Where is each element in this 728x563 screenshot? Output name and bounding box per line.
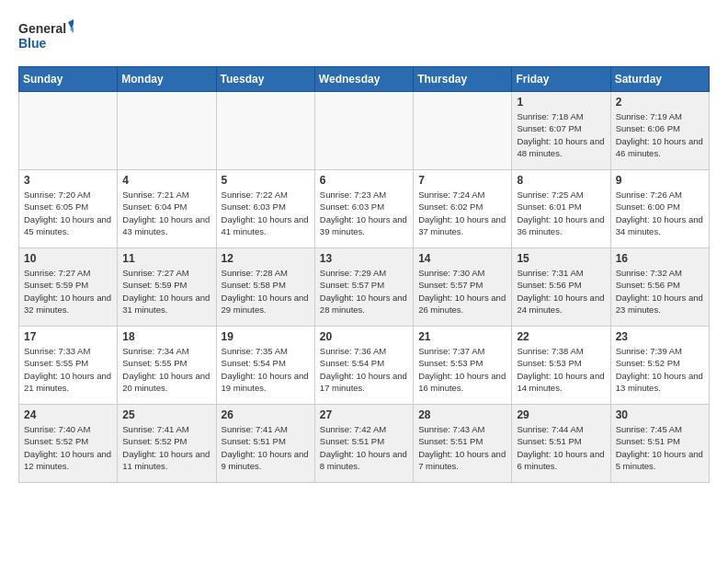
calendar-cell: 27Sunrise: 7:42 AMSunset: 5:51 PMDayligh… — [314, 405, 413, 483]
day-number: 24 — [24, 408, 112, 421]
day-info: Sunrise: 7:23 AMSunset: 6:03 PMDaylight:… — [320, 189, 408, 237]
day-number: 20 — [320, 330, 408, 343]
column-header-tuesday: Tuesday — [216, 67, 314, 92]
calendar-table: SundayMondayTuesdayWednesdayThursdayFrid… — [18, 66, 710, 483]
column-header-thursday: Thursday — [414, 67, 512, 92]
calendar-cell: 7Sunrise: 7:24 AMSunset: 6:02 PMDaylight… — [414, 170, 512, 248]
calendar-cell — [314, 92, 413, 170]
calendar-cell: 29Sunrise: 7:44 AMSunset: 5:51 PMDayligh… — [512, 405, 610, 483]
day-info: Sunrise: 7:25 AMSunset: 6:01 PMDaylight:… — [517, 189, 605, 237]
calendar-cell: 25Sunrise: 7:41 AMSunset: 5:52 PMDayligh… — [118, 405, 216, 483]
logo: General Blue — [18, 18, 74, 57]
svg-text:Blue: Blue — [18, 36, 47, 51]
week-row-4: 17Sunrise: 7:33 AMSunset: 5:55 PMDayligh… — [19, 327, 710, 405]
calendar-cell: 18Sunrise: 7:34 AMSunset: 5:55 PMDayligh… — [118, 327, 216, 405]
calendar-cell — [216, 92, 314, 170]
week-row-2: 3Sunrise: 7:20 AMSunset: 6:05 PMDaylight… — [19, 170, 710, 248]
day-number: 16 — [616, 252, 704, 265]
calendar-cell: 19Sunrise: 7:35 AMSunset: 5:54 PMDayligh… — [216, 327, 314, 405]
day-info: Sunrise: 7:21 AMSunset: 6:04 PMDaylight:… — [122, 189, 210, 237]
column-header-friday: Friday — [512, 67, 610, 92]
day-info: Sunrise: 7:18 AMSunset: 6:07 PMDaylight:… — [517, 110, 605, 159]
calendar-cell: 23Sunrise: 7:39 AMSunset: 5:52 PMDayligh… — [610, 327, 709, 405]
day-number: 11 — [122, 252, 210, 265]
day-info: Sunrise: 7:32 AMSunset: 5:56 PMDaylight:… — [616, 267, 704, 316]
calendar-cell: 26Sunrise: 7:41 AMSunset: 5:51 PMDayligh… — [216, 405, 314, 483]
day-number: 9 — [616, 174, 704, 187]
week-row-5: 24Sunrise: 7:40 AMSunset: 5:52 PMDayligh… — [19, 405, 710, 483]
calendar-cell: 11Sunrise: 7:27 AMSunset: 5:59 PMDayligh… — [118, 248, 216, 327]
day-info: Sunrise: 7:35 AMSunset: 5:54 PMDaylight:… — [222, 345, 310, 394]
calendar-cell: 12Sunrise: 7:28 AMSunset: 5:58 PMDayligh… — [216, 248, 314, 327]
calendar-cell: 17Sunrise: 7:33 AMSunset: 5:55 PMDayligh… — [19, 327, 118, 405]
logo-svg: General Blue — [18, 18, 74, 57]
day-number: 18 — [122, 330, 210, 343]
calendar-cell: 28Sunrise: 7:43 AMSunset: 5:51 PMDayligh… — [414, 405, 512, 483]
day-info: Sunrise: 7:45 AMSunset: 5:51 PMDaylight:… — [616, 423, 704, 472]
day-number: 29 — [517, 408, 605, 421]
day-number: 26 — [222, 408, 310, 421]
calendar-cell — [118, 92, 216, 170]
calendar-cell — [414, 92, 512, 170]
day-info: Sunrise: 7:40 AMSunset: 5:52 PMDaylight:… — [24, 423, 112, 472]
day-info: Sunrise: 7:27 AMSunset: 5:59 PMDaylight:… — [24, 267, 112, 316]
calendar-cell: 3Sunrise: 7:20 AMSunset: 6:05 PMDaylight… — [19, 170, 118, 248]
calendar-cell: 5Sunrise: 7:22 AMSunset: 6:03 PMDaylight… — [216, 170, 314, 248]
column-header-wednesday: Wednesday — [314, 67, 413, 92]
day-info: Sunrise: 7:34 AMSunset: 5:55 PMDaylight:… — [122, 345, 210, 394]
day-info: Sunrise: 7:42 AMSunset: 5:51 PMDaylight:… — [320, 423, 408, 472]
day-info: Sunrise: 7:41 AMSunset: 5:51 PMDaylight:… — [222, 423, 310, 472]
day-info: Sunrise: 7:33 AMSunset: 5:55 PMDaylight:… — [24, 345, 112, 394]
day-number: 27 — [320, 408, 408, 421]
day-info: Sunrise: 7:43 AMSunset: 5:51 PMDaylight:… — [418, 423, 506, 472]
day-info: Sunrise: 7:24 AMSunset: 6:02 PMDaylight:… — [418, 189, 506, 237]
day-info: Sunrise: 7:36 AMSunset: 5:54 PMDaylight:… — [320, 345, 408, 394]
day-info: Sunrise: 7:41 AMSunset: 5:52 PMDaylight:… — [122, 423, 210, 472]
calendar-cell: 13Sunrise: 7:29 AMSunset: 5:57 PMDayligh… — [314, 248, 413, 327]
column-header-saturday: Saturday — [610, 67, 709, 92]
svg-text:General: General — [18, 21, 66, 36]
week-row-3: 10Sunrise: 7:27 AMSunset: 5:59 PMDayligh… — [19, 248, 710, 327]
calendar-cell: 22Sunrise: 7:38 AMSunset: 5:53 PMDayligh… — [512, 327, 610, 405]
calendar-cell: 1Sunrise: 7:18 AMSunset: 6:07 PMDaylight… — [512, 92, 610, 170]
calendar-cell: 30Sunrise: 7:45 AMSunset: 5:51 PMDayligh… — [610, 405, 709, 483]
day-info: Sunrise: 7:19 AMSunset: 6:06 PMDaylight:… — [616, 110, 704, 159]
calendar-cell: 2Sunrise: 7:19 AMSunset: 6:06 PMDaylight… — [610, 92, 709, 170]
calendar-cell: 16Sunrise: 7:32 AMSunset: 5:56 PMDayligh… — [610, 248, 709, 327]
calendar-cell: 24Sunrise: 7:40 AMSunset: 5:52 PMDayligh… — [19, 405, 118, 483]
day-info: Sunrise: 7:39 AMSunset: 5:52 PMDaylight:… — [616, 345, 704, 394]
column-header-sunday: Sunday — [19, 67, 118, 92]
day-info: Sunrise: 7:22 AMSunset: 6:03 PMDaylight:… — [222, 189, 310, 237]
calendar-cell: 15Sunrise: 7:31 AMSunset: 5:56 PMDayligh… — [512, 248, 610, 327]
day-number: 22 — [517, 330, 605, 343]
day-number: 7 — [418, 174, 506, 187]
column-header-monday: Monday — [118, 67, 216, 92]
day-info: Sunrise: 7:38 AMSunset: 5:53 PMDaylight:… — [517, 345, 605, 394]
day-number: 5 — [222, 174, 310, 187]
day-info: Sunrise: 7:31 AMSunset: 5:56 PMDaylight:… — [517, 267, 605, 316]
day-info: Sunrise: 7:27 AMSunset: 5:59 PMDaylight:… — [122, 267, 210, 316]
day-info: Sunrise: 7:28 AMSunset: 5:58 PMDaylight:… — [222, 267, 310, 316]
calendar-cell: 21Sunrise: 7:37 AMSunset: 5:53 PMDayligh… — [414, 327, 512, 405]
day-number: 28 — [418, 408, 506, 421]
day-info: Sunrise: 7:26 AMSunset: 6:00 PMDaylight:… — [616, 189, 704, 237]
day-number: 30 — [616, 408, 704, 421]
day-info: Sunrise: 7:37 AMSunset: 5:53 PMDaylight:… — [418, 345, 506, 394]
day-number: 15 — [517, 252, 605, 265]
day-info: Sunrise: 7:44 AMSunset: 5:51 PMDaylight:… — [517, 423, 605, 472]
week-row-1: 1Sunrise: 7:18 AMSunset: 6:07 PMDaylight… — [19, 92, 710, 170]
day-number: 23 — [616, 330, 704, 343]
day-number: 12 — [222, 252, 310, 265]
day-number: 6 — [320, 174, 408, 187]
calendar-cell: 9Sunrise: 7:26 AMSunset: 6:00 PMDaylight… — [610, 170, 709, 248]
day-number: 25 — [122, 408, 210, 421]
calendar-cell: 8Sunrise: 7:25 AMSunset: 6:01 PMDaylight… — [512, 170, 610, 248]
day-number: 19 — [222, 330, 310, 343]
day-headers-row: SundayMondayTuesdayWednesdayThursdayFrid… — [19, 67, 710, 92]
day-number: 4 — [122, 174, 210, 187]
day-info: Sunrise: 7:20 AMSunset: 6:05 PMDaylight:… — [24, 189, 112, 237]
day-info: Sunrise: 7:29 AMSunset: 5:57 PMDaylight:… — [320, 267, 408, 316]
day-number: 8 — [517, 174, 605, 187]
day-number: 1 — [517, 96, 605, 109]
day-number: 13 — [320, 252, 408, 265]
